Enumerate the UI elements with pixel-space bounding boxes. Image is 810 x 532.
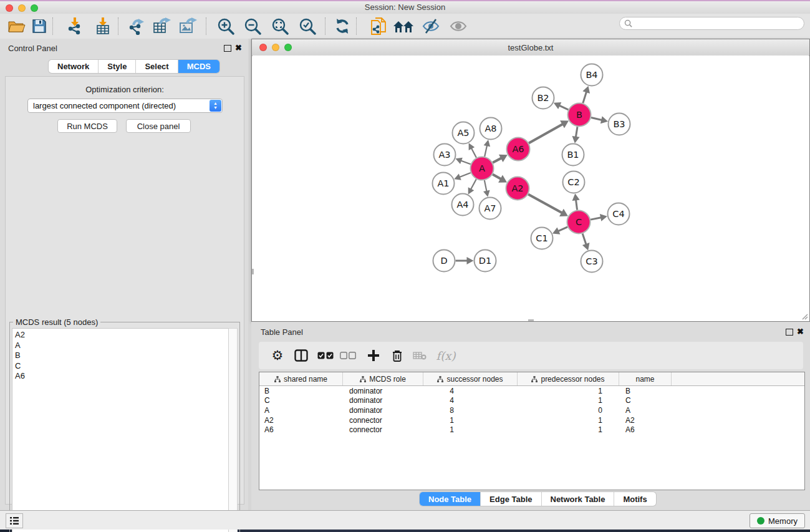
graph-edge[interactable] [485, 180, 487, 191]
close-panel-icon[interactable]: ✖ [235, 43, 242, 52]
column-header-shared-name[interactable]: shared name [259, 372, 343, 385]
graph-edge[interactable] [576, 200, 577, 210]
split-view-icon[interactable] [291, 346, 311, 365]
table-cell[interactable]: A6 [619, 425, 672, 434]
table-cell[interactable]: dominator [343, 406, 423, 415]
table-cell[interactable]: 8 [423, 406, 518, 415]
table-cell[interactable]: A [619, 406, 672, 415]
tab-style[interactable]: Style [99, 60, 136, 73]
graph-edge[interactable] [529, 124, 562, 143]
tab-node-table[interactable]: Node Table [420, 492, 481, 506]
select-all-icon[interactable] [316, 346, 335, 365]
close-panel-button[interactable]: Close panel [126, 119, 191, 133]
graph-edge[interactable] [559, 105, 568, 110]
table-cell[interactable]: 1 [518, 396, 619, 405]
refresh-icon[interactable] [332, 17, 353, 36]
table-cell[interactable]: dominator [343, 387, 423, 395]
table-cell[interactable]: 1 [518, 425, 619, 434]
table-cell[interactable]: A [259, 406, 343, 415]
table-row[interactable]: Bdominator41B [259, 386, 804, 396]
import-table-icon[interactable] [92, 17, 113, 36]
task-history-icon[interactable] [6, 513, 23, 528]
import-network-icon[interactable] [64, 17, 85, 36]
mcds-result-item[interactable]: C [15, 361, 229, 372]
zoom-fit-icon[interactable] [269, 17, 291, 36]
graph-edge[interactable] [471, 179, 476, 189]
table-cell[interactable]: B [259, 387, 343, 395]
run-mcds-button[interactable]: Run MCDS [57, 119, 117, 133]
graph-edge[interactable] [471, 148, 476, 158]
float-panel-icon[interactable] [224, 45, 231, 52]
resize-grip-icon[interactable] [801, 312, 808, 320]
zoom-in-icon[interactable] [215, 17, 236, 36]
tab-network-table[interactable]: Network Table [542, 492, 615, 506]
tab-motifs[interactable]: Motifs [614, 492, 655, 506]
table-cell[interactable]: A2 [259, 416, 343, 425]
tab-edge-table[interactable]: Edge Table [481, 492, 541, 506]
mcds-result-item[interactable]: A2 [15, 330, 229, 341]
table-cell[interactable]: 0 [518, 406, 619, 415]
graph-edge[interactable] [591, 218, 601, 220]
table-cell[interactable]: 4 [423, 396, 518, 405]
graph-edge[interactable] [461, 161, 471, 165]
table-cell[interactable]: A2 [619, 416, 672, 425]
column-header-successor-nodes[interactable]: successor nodes [423, 372, 518, 385]
criterion-dropdown[interactable]: largest connected component (directed) ▲… [27, 99, 223, 113]
table-cell[interactable]: connector [343, 416, 423, 425]
table-cell[interactable]: A6 [259, 425, 343, 434]
show-graphics-details-icon[interactable] [448, 17, 469, 36]
home-icon[interactable] [393, 17, 414, 36]
table-close-panel-icon[interactable]: ✖ [797, 327, 804, 336]
add-column-icon[interactable] [364, 346, 383, 365]
tab-select[interactable]: Select [136, 60, 178, 73]
graph-edge[interactable] [591, 117, 602, 120]
open-session-icon[interactable] [6, 17, 27, 36]
zoom-out-icon[interactable] [242, 17, 263, 36]
delete-column-icon[interactable] [387, 346, 407, 365]
splitter-handle[interactable] [252, 269, 254, 274]
graph-edge[interactable] [576, 127, 577, 137]
graph-edge[interactable] [493, 175, 501, 180]
table-row[interactable]: Adominator80A [259, 405, 804, 415]
table-cell[interactable]: 1 [518, 387, 619, 395]
table-cell[interactable]: 1 [423, 416, 518, 425]
mcds-result-item[interactable]: B [15, 351, 229, 361]
settings-gear-icon[interactable]: ⚙ [268, 346, 287, 365]
table-cell[interactable]: 4 [423, 387, 518, 395]
graph-edge[interactable] [528, 194, 562, 213]
splitter-handle[interactable] [528, 319, 534, 321]
table-cell[interactable]: C [259, 396, 343, 405]
mcds-list-scrollbar[interactable] [228, 328, 238, 532]
export-image-icon[interactable] [178, 17, 199, 36]
mcds-result-list[interactable]: A2ABCA6 [12, 328, 229, 532]
graph-edge[interactable] [485, 145, 487, 157]
save-session-icon[interactable] [29, 17, 50, 36]
graph-edge[interactable] [582, 233, 586, 244]
tab-mcds[interactable]: MCDS [178, 60, 219, 73]
table-row[interactable]: A2connector11A2 [259, 415, 804, 425]
mcds-result-item[interactable]: A6 [15, 371, 229, 382]
graph-edge[interactable] [493, 158, 501, 162]
table-cell[interactable]: connector [343, 425, 423, 434]
column-header-predecessor-nodes[interactable]: predecessor nodes [518, 372, 619, 385]
table-cell[interactable]: 1 [423, 425, 518, 434]
graph-edge[interactable] [583, 92, 587, 103]
table-cell[interactable]: 1 [518, 416, 619, 425]
graph-edge[interactable] [558, 227, 567, 231]
zoom-selected-icon[interactable] [297, 17, 318, 36]
column-header-name[interactable]: name [619, 372, 672, 385]
table-cell[interactable]: C [619, 396, 672, 405]
network-canvas[interactable]: B4B2BB3A5A8A6B1A3AC2A1A2A4A7C4CC1C3DD1 [253, 56, 809, 321]
hide-graphics-details-icon[interactable] [420, 17, 441, 36]
table-float-panel-icon[interactable] [786, 329, 793, 336]
table-cell[interactable]: B [619, 387, 672, 395]
memory-button[interactable]: Memory [750, 513, 805, 528]
search-input[interactable] [619, 17, 804, 30]
table-cell[interactable]: dominator [343, 396, 423, 405]
deselect-all-icon[interactable] [338, 346, 358, 365]
table-row[interactable]: Cdominator41C [259, 396, 804, 406]
network-document-icon[interactable] [368, 17, 389, 36]
tab-network[interactable]: Network [49, 60, 99, 73]
column-header-MCDS-role[interactable]: MCDS role [343, 372, 423, 385]
mcds-result-item[interactable]: A [15, 341, 229, 351]
